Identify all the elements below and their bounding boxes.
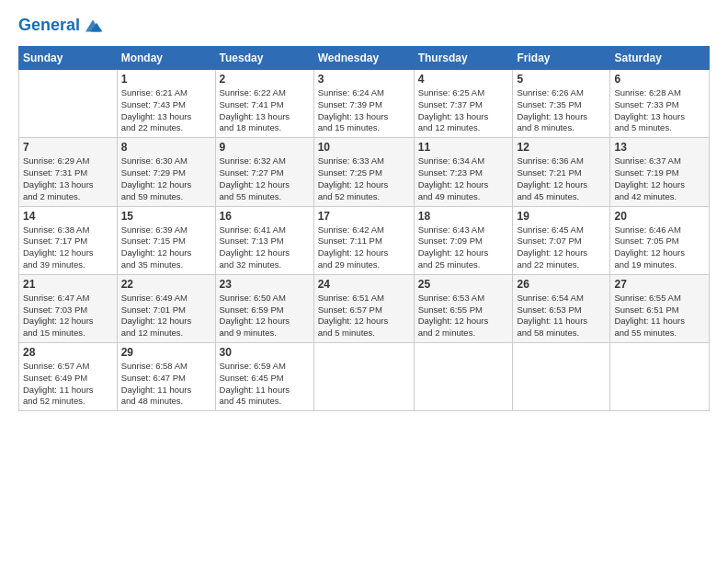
day-info: Sunrise: 6:57 AM Sunset: 6:49 PM Dayligh… (23, 361, 113, 408)
day-header-monday: Monday (117, 47, 215, 70)
calendar-week-3: 14Sunrise: 6:38 AM Sunset: 7:17 PM Dayli… (19, 206, 710, 274)
day-header-friday: Friday (513, 47, 610, 70)
day-info: Sunrise: 6:37 AM Sunset: 7:19 PM Dayligh… (614, 155, 705, 202)
day-number: 18 (418, 210, 509, 223)
day-number: 7 (23, 141, 113, 154)
calendar-cell: 3Sunrise: 6:24 AM Sunset: 7:39 PM Daylig… (313, 70, 414, 138)
day-header-tuesday: Tuesday (215, 47, 313, 70)
day-info: Sunrise: 6:34 AM Sunset: 7:23 PM Dayligh… (418, 155, 509, 202)
day-info: Sunrise: 6:41 AM Sunset: 7:13 PM Dayligh… (220, 224, 310, 271)
calendar-cell: 19Sunrise: 6:45 AM Sunset: 7:07 PM Dayli… (513, 206, 610, 274)
day-info: Sunrise: 6:45 AM Sunset: 7:07 PM Dayligh… (517, 224, 606, 271)
calendar-cell: 14Sunrise: 6:38 AM Sunset: 7:17 PM Dayli… (19, 206, 118, 274)
day-number: 5 (517, 73, 606, 86)
day-info: Sunrise: 6:53 AM Sunset: 6:55 PM Dayligh… (418, 293, 509, 339)
calendar-week-1: 1Sunrise: 6:21 AM Sunset: 7:43 PM Daylig… (19, 70, 710, 138)
day-number: 4 (418, 73, 509, 86)
calendar-cell: 5Sunrise: 6:26 AM Sunset: 7:35 PM Daylig… (513, 70, 610, 138)
day-number: 24 (318, 278, 410, 291)
day-number: 28 (23, 346, 113, 359)
day-number: 25 (418, 278, 509, 291)
day-info: Sunrise: 6:29 AM Sunset: 7:31 PM Dayligh… (23, 155, 113, 202)
day-number: 19 (517, 210, 606, 223)
day-number: 1 (121, 73, 211, 86)
day-number: 14 (23, 210, 113, 223)
calendar-cell: 20Sunrise: 6:46 AM Sunset: 7:05 PM Dayli… (610, 206, 710, 274)
calendar-cell: 4Sunrise: 6:25 AM Sunset: 7:37 PM Daylig… (414, 70, 513, 138)
day-info: Sunrise: 6:33 AM Sunset: 7:25 PM Dayligh… (318, 155, 410, 202)
day-info: Sunrise: 6:49 AM Sunset: 7:01 PM Dayligh… (121, 293, 211, 339)
day-header-wednesday: Wednesday (313, 47, 414, 70)
day-info: Sunrise: 6:30 AM Sunset: 7:29 PM Dayligh… (121, 155, 211, 202)
day-number: 29 (121, 346, 211, 359)
calendar-cell (19, 70, 118, 138)
calendar-week-2: 7Sunrise: 6:29 AM Sunset: 7:31 PM Daylig… (19, 138, 710, 206)
day-info: Sunrise: 6:50 AM Sunset: 6:59 PM Dayligh… (220, 293, 310, 339)
day-header-saturday: Saturday (610, 47, 710, 70)
day-number: 3 (318, 73, 410, 86)
day-number: 6 (614, 73, 705, 86)
day-info: Sunrise: 6:36 AM Sunset: 7:21 PM Dayligh… (517, 155, 606, 202)
calendar-cell: 15Sunrise: 6:39 AM Sunset: 7:15 PM Dayli… (117, 206, 215, 274)
day-info: Sunrise: 6:38 AM Sunset: 7:17 PM Dayligh… (23, 224, 113, 271)
day-info: Sunrise: 6:28 AM Sunset: 7:33 PM Dayligh… (614, 87, 705, 134)
day-info: Sunrise: 6:39 AM Sunset: 7:15 PM Dayligh… (121, 224, 211, 271)
day-info: Sunrise: 6:24 AM Sunset: 7:39 PM Dayligh… (318, 87, 410, 134)
day-number: 11 (418, 141, 509, 154)
calendar-cell: 1Sunrise: 6:21 AM Sunset: 7:43 PM Daylig… (117, 70, 215, 138)
day-number: 17 (318, 210, 410, 223)
calendar-cell: 26Sunrise: 6:54 AM Sunset: 6:53 PM Dayli… (513, 274, 610, 342)
day-info: Sunrise: 6:21 AM Sunset: 7:43 PM Dayligh… (121, 87, 211, 134)
calendar-cell: 25Sunrise: 6:53 AM Sunset: 6:55 PM Dayli… (414, 274, 513, 342)
day-number: 12 (517, 141, 606, 154)
day-number: 9 (220, 141, 310, 154)
calendar-cell (313, 343, 414, 411)
day-info: Sunrise: 6:51 AM Sunset: 6:57 PM Dayligh… (318, 293, 410, 339)
day-number: 26 (517, 278, 606, 291)
calendar-cell: 18Sunrise: 6:43 AM Sunset: 7:09 PM Dayli… (414, 206, 513, 274)
calendar-cell (513, 343, 610, 411)
day-info: Sunrise: 6:26 AM Sunset: 7:35 PM Dayligh… (517, 87, 606, 134)
calendar-cell: 30Sunrise: 6:59 AM Sunset: 6:45 PM Dayli… (215, 343, 313, 411)
calendar-cell: 9Sunrise: 6:32 AM Sunset: 7:27 PM Daylig… (215, 138, 313, 206)
calendar-cell: 22Sunrise: 6:49 AM Sunset: 7:01 PM Dayli… (117, 274, 215, 342)
header: General (18, 15, 710, 37)
logo: General (18, 15, 104, 37)
day-info: Sunrise: 6:46 AM Sunset: 7:05 PM Dayligh… (614, 224, 705, 271)
day-number: 20 (614, 210, 705, 223)
day-header-thursday: Thursday (414, 47, 513, 70)
day-number: 8 (121, 141, 211, 154)
calendar-cell: 17Sunrise: 6:42 AM Sunset: 7:11 PM Dayli… (313, 206, 414, 274)
calendar-cell: 11Sunrise: 6:34 AM Sunset: 7:23 PM Dayli… (414, 138, 513, 206)
logo-text: General (18, 17, 80, 35)
calendar-cell: 7Sunrise: 6:29 AM Sunset: 7:31 PM Daylig… (19, 138, 118, 206)
calendar-cell: 12Sunrise: 6:36 AM Sunset: 7:21 PM Dayli… (513, 138, 610, 206)
day-info: Sunrise: 6:32 AM Sunset: 7:27 PM Dayligh… (220, 155, 310, 202)
day-number: 2 (220, 73, 310, 86)
day-info: Sunrise: 6:55 AM Sunset: 6:51 PM Dayligh… (614, 293, 705, 339)
calendar-cell: 8Sunrise: 6:30 AM Sunset: 7:29 PM Daylig… (117, 138, 215, 206)
day-number: 22 (121, 278, 211, 291)
calendar-cell: 24Sunrise: 6:51 AM Sunset: 6:57 PM Dayli… (313, 274, 414, 342)
day-number: 23 (220, 278, 310, 291)
day-info: Sunrise: 6:22 AM Sunset: 7:41 PM Dayligh… (220, 87, 310, 134)
calendar-header-row: SundayMondayTuesdayWednesdayThursdayFrid… (19, 47, 710, 70)
day-number: 21 (23, 278, 113, 291)
day-info: Sunrise: 6:42 AM Sunset: 7:11 PM Dayligh… (318, 224, 410, 271)
calendar-table: SundayMondayTuesdayWednesdayThursdayFrid… (18, 46, 710, 411)
day-info: Sunrise: 6:59 AM Sunset: 6:45 PM Dayligh… (220, 361, 310, 408)
day-number: 15 (121, 210, 211, 223)
calendar-cell (610, 343, 710, 411)
day-info: Sunrise: 6:58 AM Sunset: 6:47 PM Dayligh… (121, 361, 211, 408)
day-number: 16 (220, 210, 310, 223)
day-info: Sunrise: 6:47 AM Sunset: 7:03 PM Dayligh… (23, 293, 113, 339)
calendar-cell: 28Sunrise: 6:57 AM Sunset: 6:49 PM Dayli… (19, 343, 118, 411)
day-number: 27 (614, 278, 705, 291)
calendar-week-5: 28Sunrise: 6:57 AM Sunset: 6:49 PM Dayli… (19, 343, 710, 411)
calendar-cell: 2Sunrise: 6:22 AM Sunset: 7:41 PM Daylig… (215, 70, 313, 138)
calendar-cell: 27Sunrise: 6:55 AM Sunset: 6:51 PM Dayli… (610, 274, 710, 342)
day-info: Sunrise: 6:43 AM Sunset: 7:09 PM Dayligh… (418, 224, 509, 271)
page: General SundayMondayTuesdayWednesdayThur… (0, 0, 728, 563)
day-number: 30 (220, 346, 310, 359)
calendar-week-4: 21Sunrise: 6:47 AM Sunset: 7:03 PM Dayli… (19, 274, 710, 342)
